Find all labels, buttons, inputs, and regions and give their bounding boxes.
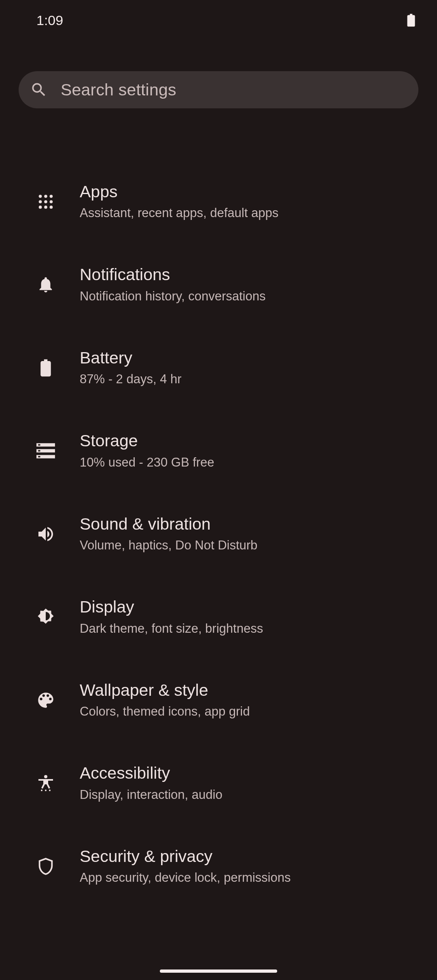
search-settings[interactable]: Search settings (19, 71, 418, 108)
settings-item-subtitle: 10% used - 230 GB free (80, 454, 418, 471)
settings-item-title: Storage (80, 431, 418, 451)
svg-point-5 (50, 200, 53, 203)
settings-item-title: Sound & vibration (80, 514, 418, 534)
svg-point-1 (44, 194, 47, 198)
status-time: 1:09 (36, 13, 63, 28)
settings-item-accessibility[interactable]: Accessibility Display, interaction, audi… (0, 741, 437, 824)
settings-item-subtitle: Volume, haptics, Do Not Disturb (80, 537, 418, 553)
search-placeholder: Search settings (61, 80, 176, 99)
settings-item-title: Security & privacy (80, 847, 418, 866)
apps-icon (34, 190, 57, 213)
settings-list: Apps Assistant, recent apps, default app… (0, 160, 437, 908)
settings-item-title: Battery (80, 348, 418, 368)
settings-item-display[interactable]: Display Dark theme, font size, brightnes… (0, 575, 437, 658)
svg-point-17 (49, 790, 51, 791)
svg-point-8 (50, 205, 53, 209)
svg-point-4 (44, 200, 47, 203)
settings-item-subtitle: App security, device lock, permissions (80, 870, 418, 886)
settings-item-title: Display (80, 597, 418, 617)
settings-item-subtitle: Display, interaction, audio (80, 787, 418, 803)
settings-item-wallpaper[interactable]: Wallpaper & style Colors, themed icons, … (0, 659, 437, 741)
storage-icon (34, 439, 57, 462)
display-icon (34, 606, 57, 628)
sound-icon (34, 523, 57, 545)
settings-item-title: Apps (80, 182, 418, 202)
palette-icon (34, 689, 57, 712)
settings-item-subtitle: Assistant, recent apps, default apps (80, 205, 418, 221)
svg-point-6 (39, 205, 42, 209)
settings-item-title: Notifications (80, 265, 418, 285)
notifications-icon (34, 273, 57, 296)
search-icon (30, 81, 48, 99)
settings-item-security[interactable]: Security & privacy App security, device … (0, 825, 437, 908)
svg-point-3 (39, 200, 42, 203)
settings-item-sound[interactable]: Sound & vibration Volume, haptics, Do No… (0, 492, 437, 575)
accessibility-icon (34, 772, 57, 794)
svg-rect-12 (38, 444, 40, 446)
settings-item-subtitle: 87% - 2 days, 4 hr (80, 371, 418, 387)
settings-item-notifications[interactable]: Notifications Notification history, conv… (0, 243, 437, 326)
svg-point-16 (45, 790, 47, 791)
settings-item-subtitle: Dark theme, font size, brightness (80, 621, 418, 637)
settings-item-subtitle: Notification history, conversations (80, 288, 418, 304)
settings-item-subtitle: Colors, themed icons, app grid (80, 703, 418, 720)
svg-rect-13 (38, 450, 40, 452)
svg-point-0 (39, 194, 42, 198)
battery-icon (34, 357, 57, 379)
svg-point-2 (50, 194, 53, 198)
settings-item-storage[interactable]: Storage 10% used - 230 GB free (0, 409, 437, 492)
svg-point-15 (41, 790, 42, 791)
battery-status-icon (405, 13, 417, 28)
shield-icon (34, 855, 57, 878)
status-bar: 1:09 (0, 0, 437, 40)
settings-item-apps[interactable]: Apps Assistant, recent apps, default app… (0, 160, 437, 243)
settings-item-battery[interactable]: Battery 87% - 2 days, 4 hr (0, 326, 437, 409)
settings-item-title: Accessibility (80, 763, 418, 783)
svg-rect-14 (38, 456, 40, 457)
settings-item-title: Wallpaper & style (80, 680, 418, 700)
home-indicator[interactable] (160, 969, 277, 973)
svg-point-7 (44, 205, 47, 209)
